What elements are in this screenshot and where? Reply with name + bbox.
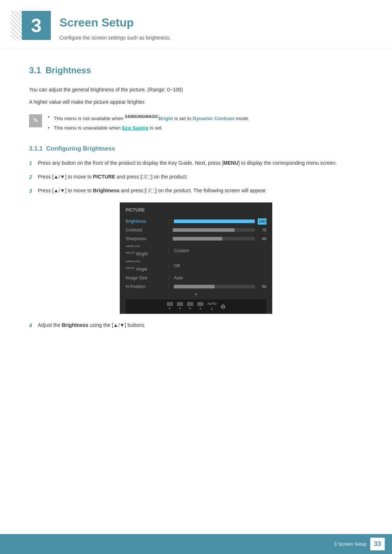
osd-screen: PICTURE Brightness : 100 Contrast 75 (120, 202, 272, 314)
osd-btn-left-icon (167, 302, 173, 306)
section-3-1-label: Brightness (45, 64, 91, 77)
brand-samsung-osd2: SAMSUNG (126, 260, 140, 263)
osd-label-hposition: H-Position (126, 283, 166, 290)
osd-colon-magicangle: : (168, 263, 170, 269)
osd-btn-plus: ▼ (187, 302, 193, 311)
note-item-1: This menu is not available when SAMSUNGM… (48, 114, 249, 122)
menu-key: MENU (223, 160, 238, 166)
brand-magic: MAGIC (145, 114, 159, 119)
osd-btn-minus-label: ▼ (179, 307, 181, 311)
osd-btn-power: ⏻ (221, 303, 225, 310)
section-desc-1: You can adjust the general brightness of… (29, 86, 363, 94)
osd-row-magicangle: SAMSUNGMAGIC Angle : Off (126, 258, 266, 274)
brand-samsung: SAMSUNG (125, 114, 145, 119)
osd-value-imagesize: Auto (174, 275, 183, 281)
step-3-text: Press [▲/▼] to move to Brightness and pr… (38, 186, 363, 194)
subsection-3-1-1-label: Configuring Brightness (46, 145, 115, 152)
osd-colon-imagesize: : (168, 275, 170, 281)
step-1: 1 Press any button on the front of the p… (29, 159, 363, 168)
step-2-number: 2 (29, 173, 38, 181)
osd-label-sharpness: Sharpness (126, 235, 166, 242)
footer-page-number: 33 (370, 538, 385, 550)
osd-colon-brightness: : (168, 218, 170, 225)
chapter-title: Screen Setup (60, 14, 171, 31)
bright-label: Bright (159, 115, 173, 121)
osd-bar-sharpness (173, 237, 255, 241)
step-2: 2 Press [▲/▼] to move to PICTURE and pre… (29, 173, 363, 181)
chapter-number-box: 3 (22, 11, 51, 40)
step-3-number: 3 (29, 186, 38, 195)
osd-row-sharpness: Sharpness 60 (126, 234, 266, 243)
eco-saving-label: Eco Saving (122, 125, 148, 131)
osd-row-brightness: Brightness : 100 (126, 217, 266, 226)
osd-row-imagesize: Image Size : Auto (126, 274, 266, 282)
step-2-text: Press [▲/▼] to move to PICTURE and press… (38, 173, 363, 181)
chapter-subtitle: Configure the screen settings such as br… (60, 34, 171, 42)
osd-btn-enter-label: ▼ (199, 307, 202, 311)
step-4-number: 4 (29, 321, 38, 330)
osd-btn-enter-icon (197, 302, 203, 306)
dynamic-contrast-label: Dynamic Contrast (193, 115, 235, 121)
osd-container: PICTURE Brightness : 100 Contrast 75 (29, 202, 363, 314)
osd-colon-magicbright: : (168, 247, 170, 254)
header-text: Screen Setup Configure the screen settin… (60, 11, 171, 42)
osd-bar-fill-brightness (174, 219, 254, 223)
subsection-3-1-1-number: 3.1.1 (29, 145, 43, 152)
section-desc-2: A higher value will make the picture app… (29, 98, 363, 106)
osd-auto-text: AUTO (208, 301, 217, 307)
brightness-label-step4: Brightness (62, 322, 88, 328)
osd-value-brightness: 100 (258, 218, 266, 225)
osd-btn-left-label: ▼ (168, 307, 171, 311)
osd-bar-brightness (174, 219, 254, 223)
chapter-number: 3 (31, 11, 42, 40)
note-list: This menu is not available when SAMSUNGM… (48, 114, 249, 134)
page-header: 3 Screen Setup Configure the screen sett… (0, 0, 392, 49)
osd-label-magicbright: SAMSUNGMAGIC Bright (126, 244, 166, 257)
osd-bar-fill-sharpness (173, 237, 222, 241)
osd-bottom-bar: ▼ ▼ ▼ ▼ AUTO ▼ ⏻ (126, 299, 266, 314)
note-icon-symbol: ✎ (33, 116, 38, 126)
osd-btn-plus-label: ▼ (189, 307, 192, 311)
step-1-number: 1 (29, 159, 38, 168)
osd-label-magicangle: SAMSUNGMAGIC Angle (126, 259, 166, 272)
note-icon: ✎ (29, 114, 42, 127)
step-4: 4 Adjust the Brightness using the [▲/▼] … (29, 321, 363, 330)
osd-value-magicangle: Off (174, 263, 180, 269)
note-item-2: This menu is unavailable when Eco Saving… (48, 124, 249, 132)
brand-samsung-osd: SAMSUNG (126, 245, 140, 248)
osd-scroll-indicator: ▼ (126, 291, 266, 297)
osd-row-contrast: Contrast 75 (126, 226, 266, 234)
main-content: 3.1 Brightness You can adjust the genera… (0, 64, 392, 364)
page-footer: 3 Screen Setup 33 (0, 534, 392, 554)
brand-magic-osd2: MAGIC (126, 266, 135, 270)
osd-colon-hposition: : (168, 283, 170, 290)
osd-label-brightness: Brightness (126, 218, 166, 225)
osd-row-magicbright: SAMSUNGMAGIC Bright : Custom (126, 243, 266, 258)
osd-btn-minus: ▼ (177, 302, 183, 311)
steps-list: 1 Press any button on the front of the p… (29, 159, 363, 195)
picture-label: PICTURE (93, 174, 115, 180)
osd-value-hposition: 50 (258, 284, 266, 290)
osd-power-icon: ⏻ (221, 303, 225, 310)
osd-label-imagesize: Image Size (126, 275, 166, 281)
section-3-1-number: 3.1 (29, 64, 41, 77)
osd-bar-contrast (173, 228, 255, 232)
section-3-1-title: 3.1 Brightness (29, 64, 363, 77)
osd-btn-enter: ▼ (197, 302, 203, 311)
osd-value-magicbright: Custom (174, 247, 189, 254)
note-container: ✎ This menu is not available when SAMSUN… (29, 114, 363, 134)
osd-btn-auto-label: ▼ (211, 307, 213, 312)
osd-bar-fill-hposition (174, 285, 214, 288)
osd-value-sharpness: 60 (258, 236, 266, 242)
osd-btn-left: ▼ (167, 302, 173, 311)
osd-label-contrast: Contrast (126, 227, 166, 233)
osd-value-contrast: 75 (258, 227, 266, 233)
brand-magic-osd: MAGIC (126, 251, 135, 254)
subsection-3-1-1-title: 3.1.1 Configuring Brightness (29, 144, 363, 153)
osd-btn-plus-icon (187, 302, 193, 306)
osd-btn-minus-icon (177, 302, 183, 306)
brightness-label-step3: Brightness (93, 188, 119, 193)
osd-btn-auto: AUTO ▼ (208, 301, 217, 312)
osd-title: PICTURE (126, 207, 266, 215)
osd-bar-hposition (174, 285, 255, 288)
